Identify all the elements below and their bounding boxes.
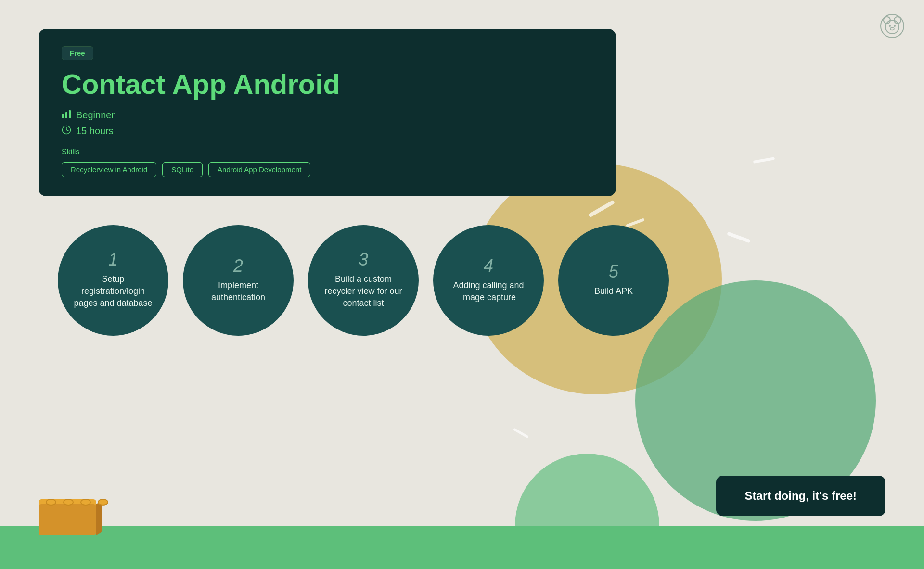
svg-point-6	[890, 28, 894, 30]
lego-stud-3	[80, 499, 91, 506]
svg-point-3	[886, 20, 899, 34]
lego-side-face	[96, 501, 102, 535]
lego-stud-2	[63, 499, 74, 506]
step-circle-4: 4 Adding calling and image capture	[433, 225, 544, 336]
lego-stud-1	[46, 499, 56, 506]
cta-button-container: Start doing, it's free!	[716, 476, 886, 516]
svg-point-4	[889, 25, 891, 27]
step-text-5: Build APK	[594, 285, 633, 297]
step-text-1: Setup registration/login pages and datab…	[69, 273, 157, 310]
steps-section: 1 Setup registration/login pages and dat…	[38, 225, 886, 336]
step-number-1: 1	[108, 251, 118, 268]
step-circle-1: 1 Setup registration/login pages and dat…	[58, 225, 168, 336]
step-text-3: Build a custom recycler view for our con…	[320, 273, 407, 310]
step-circle-5: 5 Build APK	[558, 225, 669, 336]
main-wrapper: Free Contact App Android Beginner	[0, 0, 924, 336]
lego-studs	[46, 499, 108, 506]
skill-tag-0: Recyclerview in Android	[62, 162, 156, 177]
step-text-4: Adding calling and image capture	[445, 279, 532, 303]
step-text-2: Implement authentication	[194, 279, 282, 303]
step-number-3: 3	[359, 251, 368, 268]
step-circle-2: 2 Implement authentication	[183, 225, 294, 336]
level-meta: Beginner	[62, 109, 593, 121]
svg-rect-7	[62, 114, 64, 118]
clock-icon	[62, 125, 71, 137]
lego-stud-4	[98, 499, 108, 506]
green-bottom-bar	[0, 526, 924, 569]
level-icon	[62, 109, 71, 121]
duration-meta: 15 hours	[62, 125, 593, 137]
step-number-5: 5	[609, 263, 618, 280]
skill-tag-2: Android App Development	[208, 162, 310, 177]
start-button[interactable]: Start doing, it's free!	[716, 476, 886, 516]
skills-row: Recyclerview in Android SQLite Android A…	[62, 162, 593, 177]
bear-icon	[880, 13, 905, 38]
step-number-4: 4	[484, 257, 493, 275]
free-badge: Free	[62, 46, 93, 60]
svg-point-5	[894, 25, 896, 27]
svg-rect-8	[65, 112, 67, 118]
course-header-card: Free Contact App Android Beginner	[38, 29, 616, 196]
step-circle-3: 3 Build a custom recycler view for our c…	[308, 225, 419, 336]
course-meta: Beginner 15 hours	[62, 109, 593, 137]
lego-body-face	[38, 504, 96, 535]
streak-decoration-5	[513, 428, 529, 439]
skill-tag-1: SQLite	[162, 162, 203, 177]
skills-label: Skills	[62, 148, 593, 156]
level-text: Beginner	[76, 110, 115, 121]
course-title: Contact App Android	[62, 69, 593, 100]
svg-line-12	[66, 130, 68, 131]
duration-text: 15 hours	[76, 126, 114, 137]
svg-rect-9	[69, 110, 71, 118]
step-number-2: 2	[233, 257, 243, 275]
lego-brick-decoration	[38, 492, 101, 535]
